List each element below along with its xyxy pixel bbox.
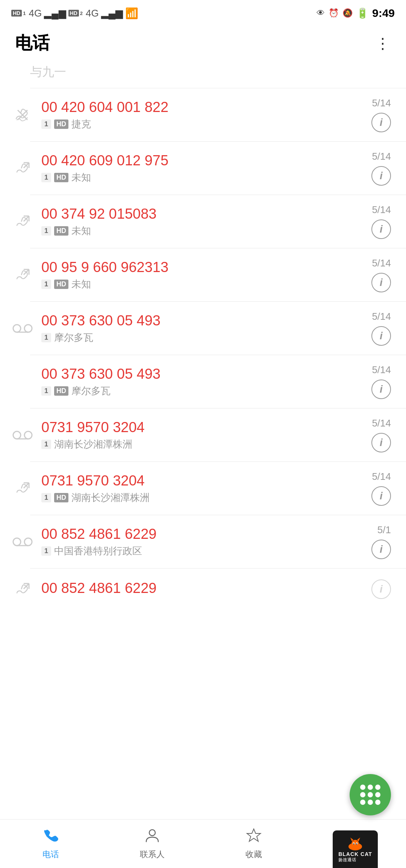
signal-hd2: HD 2	[68, 10, 83, 17]
info-button[interactable]: i	[371, 273, 391, 292]
call-meta: 5/14 i	[371, 257, 391, 292]
phone-nav-label: 电话	[42, 849, 59, 860]
voicemail-icon	[11, 317, 34, 340]
call-info: 00 95 9 660 962313 1 HD 未知	[41, 259, 364, 291]
svg-point-12	[24, 325, 32, 332]
sim-tag: 1	[41, 226, 51, 236]
call-item[interactable]: 00 374 92 015083 1 HD 未知 5/14 i	[0, 195, 406, 248]
more-menu-button[interactable]: ⋮	[375, 35, 391, 52]
svg-point-21	[24, 538, 32, 546]
call-number: 00 373 630 05 493	[41, 313, 364, 329]
fab-dot	[360, 792, 365, 797]
svg-marker-27	[247, 829, 261, 841]
call-meta: 5/14 i	[371, 97, 391, 132]
call-info: 0731 9570 3204 1 湖南长沙湘潭株洲	[41, 419, 364, 451]
voicemail-icon	[11, 531, 34, 553]
call-location: 摩尔多瓦	[54, 331, 93, 344]
hd-tag: HD	[54, 280, 68, 289]
sim-tag: 1	[41, 546, 51, 556]
favorites-nav-label: 收藏	[245, 849, 262, 860]
hd-tag: HD	[54, 493, 68, 502]
call-number: 00 95 9 660 962313	[41, 259, 364, 275]
call-number: 0731 9570 3204	[41, 473, 364, 489]
svg-point-14	[13, 431, 21, 439]
page-title: 电话	[15, 32, 50, 55]
call-date: 5/14	[372, 151, 391, 162]
call-info: 00 852 4861 6229 1 中国香港特别行政区	[41, 526, 364, 558]
svg-point-26	[149, 830, 155, 836]
alarm-icon: ⏰	[329, 8, 339, 18]
bottom-nav: 电话 联系人 收藏	[0, 819, 406, 868]
eye-icon: 👁	[317, 8, 325, 18]
call-item[interactable]: 00 420 604 001 822 1 HD 捷克 5/14 i	[0, 88, 406, 141]
sim-tag: 1	[41, 280, 51, 289]
call-date: 5/1	[377, 524, 391, 536]
call-meta: 5/14 i	[371, 364, 391, 399]
call-item[interactable]: 00 420 609 012 975 1 HD 未知 5/14 i	[0, 142, 406, 195]
call-item[interactable]: 00 95 9 660 962313 1 HD 未知 5/14 i	[0, 248, 406, 301]
call-location: 未知	[71, 171, 91, 184]
call-info: 00 420 604 001 822 1 HD 捷克	[41, 99, 364, 131]
signal-4g-1: 4G	[29, 8, 42, 19]
hd-tag: HD	[54, 386, 68, 396]
blackcat-label: BLACK CAT 扬连通话	[338, 851, 372, 863]
info-button[interactable]: i	[371, 486, 391, 506]
fab-dot	[368, 792, 373, 797]
dialpad-fab[interactable]	[350, 774, 391, 815]
call-item[interactable]: 0731 9570 3204 1 湖南长沙湘潭株洲 5/14 i	[0, 408, 406, 461]
missed-call-icon	[11, 578, 34, 600]
call-info: 00 420 609 012 975 1 HD 未知	[41, 153, 364, 184]
info-button[interactable]: i	[371, 326, 391, 346]
call-item[interactable]: 00 852 4861 6229 i	[0, 569, 406, 610]
svg-point-34	[353, 843, 354, 845]
call-number: 0731 9570 3204	[41, 419, 364, 436]
info-button[interactable]: i	[371, 579, 391, 599]
call-number: 00 420 604 001 822	[41, 99, 364, 115]
call-location: 中国香港特别行政区	[54, 544, 142, 558]
call-meta: i	[371, 579, 391, 599]
call-item[interactable]: 00 852 4861 6229 1 中国香港特别行政区 5/1 i	[0, 515, 406, 568]
call-item[interactable]: 0731 9570 3204 1 HD 湖南长沙湘潭株洲 5/14 i	[0, 462, 406, 515]
info-button[interactable]: i	[371, 166, 391, 186]
call-meta: 5/1 i	[371, 524, 391, 559]
signal-bars-1: ▂▄▆	[44, 8, 66, 19]
call-location: 湖南长沙湘潭株洲	[54, 438, 132, 451]
contacts-nav-label: 联系人	[140, 849, 165, 860]
info-button[interactable]: i	[371, 219, 391, 239]
call-list: 与九一 00 420 604 001 822 1 HD 捷克 5/14 i	[0, 60, 406, 610]
call-location: 湖南长沙湘潭株洲	[71, 491, 150, 504]
info-button[interactable]: i	[371, 433, 391, 452]
call-date: 5/14	[372, 471, 391, 482]
nav-item-phone[interactable]: 电话	[0, 820, 102, 868]
wifi-icon: 📶	[125, 7, 138, 20]
call-item[interactable]: 00 373 630 05 493 1 HD 摩尔多瓦 5/14 i	[0, 355, 406, 408]
nav-item-contacts[interactable]: 联系人	[102, 820, 203, 868]
info-button[interactable]: i	[371, 113, 391, 132]
fab-dot	[375, 785, 380, 790]
call-number: 00 852 4861 6229	[41, 526, 364, 542]
nav-item-blackcat[interactable]: BLACK CAT 扬连通话	[304, 820, 406, 868]
call-info: 00 374 92 015083 1 HD 未知	[41, 206, 364, 237]
call-location: 捷克	[71, 118, 91, 131]
partial-item: 与九一	[0, 60, 406, 88]
sim-tag: 1	[41, 119, 51, 129]
call-info: 0731 9570 3204 1 HD 湖南长沙湘潭株洲	[41, 473, 364, 504]
favorites-nav-icon	[246, 827, 262, 847]
dialpad-grid	[357, 782, 383, 808]
call-meta: 5/14 i	[371, 417, 391, 452]
hd-tag: HD	[54, 226, 68, 236]
call-number: 00 420 609 012 975	[41, 153, 364, 169]
call-date: 5/14	[372, 364, 391, 376]
call-tags: 1 HD 摩尔多瓦	[41, 384, 364, 398]
info-button[interactable]: i	[371, 540, 391, 559]
status-bar: HD 1 4G ▂▄▆ HD 2 4G ▂▄▆ 📶 👁 ⏰ 🔕 🔋 9:49	[0, 0, 406, 26]
call-item[interactable]: 00 373 630 05 493 1 摩尔多瓦 5/14 i	[0, 302, 406, 355]
blackcat-logo-icon	[345, 836, 366, 851]
status-right: 👁 ⏰ 🔕 🔋 9:49	[317, 7, 395, 20]
status-left: HD 1 4G ▂▄▆ HD 2 4G ▂▄▆ 📶	[11, 7, 138, 20]
info-button[interactable]: i	[371, 380, 391, 399]
nav-item-favorites[interactable]: 收藏	[203, 820, 304, 868]
call-location: 未知	[71, 278, 91, 291]
fab-dot	[360, 785, 365, 790]
fab-dot	[368, 785, 373, 790]
